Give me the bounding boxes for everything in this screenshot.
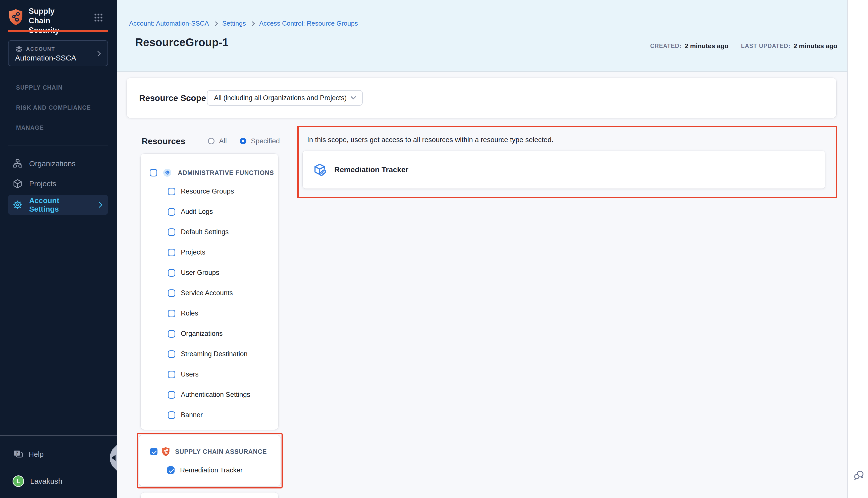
breadcrumb: Account: Automation-SSCA Settings Access… xyxy=(129,19,358,27)
sidebar-item-organizations[interactable]: Organizations xyxy=(8,154,108,174)
breadcrumb-settings-link[interactable]: Settings xyxy=(222,19,246,27)
resource-item: Remediation Tracker xyxy=(139,462,281,478)
resource-item-label[interactable]: Banner xyxy=(181,411,203,419)
resource-item-label[interactable]: Authentication Settings xyxy=(181,391,250,398)
resource-checkbox[interactable] xyxy=(168,269,175,277)
resource-item: Streaming Destination xyxy=(141,344,278,364)
page-header: Account: Automation-SSCA Settings Access… xyxy=(117,0,847,72)
resource-item: Authentication Settings xyxy=(141,384,278,405)
resource-scope-label: Resource Scope xyxy=(139,93,207,103)
resource-item-label[interactable]: Users xyxy=(181,370,199,378)
breadcrumb-access-control-link[interactable]: Access Control: Resource Groups xyxy=(259,19,358,27)
sidebar-section-manage[interactable]: MANAGE xyxy=(16,124,44,131)
resource-item: Resource Groups xyxy=(141,181,278,201)
radio-all-label[interactable]: All xyxy=(219,137,227,145)
chevron-right-icon xyxy=(250,21,255,26)
chevron-down-icon xyxy=(351,96,356,100)
resource-item-label[interactable]: User Groups xyxy=(181,269,219,277)
created-label: CREATED: xyxy=(650,43,682,50)
sidebar-divider xyxy=(8,146,108,146)
sidebar: Supply Chain Security ACCOUNT Automation… xyxy=(0,0,117,498)
module-grid-icon[interactable] xyxy=(94,13,103,22)
resource-checkbox[interactable] xyxy=(168,411,175,419)
layers-icon xyxy=(15,46,23,52)
resource-type-label: Remediation Tracker xyxy=(334,166,409,174)
resource-scope-dropdown[interactable]: All (including all Organizations and Pro… xyxy=(207,90,363,106)
resource-item-label[interactable]: Resource Groups xyxy=(181,187,234,195)
chevron-right-icon xyxy=(97,202,103,208)
sidebar-section-supply-chain[interactable]: SUPPLY CHAIN xyxy=(16,84,63,91)
account-label: ACCOUNT xyxy=(26,46,55,52)
resource-item-label[interactable]: Remediation Tracker xyxy=(180,467,243,474)
resource-item-label[interactable]: Projects xyxy=(181,249,205,256)
resource-item-label[interactable]: Service Accounts xyxy=(181,289,233,297)
radio-specified[interactable]: Specified xyxy=(240,137,280,145)
timestamps: CREATED: 2 minutes ago LAST UPDATED: 2 m… xyxy=(650,42,837,50)
resource-checkbox[interactable] xyxy=(168,188,175,195)
sidebar-item-projects[interactable]: Projects xyxy=(8,174,108,194)
user-name: Lavakush xyxy=(30,477,62,485)
radio-icon-selected[interactable] xyxy=(240,138,246,144)
resource-checkbox[interactable] xyxy=(168,249,175,256)
group-header-supply-chain-assurance: SUPPLY CHAIN ASSURANCE xyxy=(139,444,281,460)
radio-icon[interactable] xyxy=(208,138,215,144)
shield-icon xyxy=(161,447,170,456)
group-title: SUPPLY CHAIN ASSURANCE xyxy=(175,448,267,455)
resource-item: Banner xyxy=(141,405,278,425)
sidebar-item-label: Account Settings xyxy=(29,196,91,213)
sidebar-item-account-settings[interactable]: Account Settings xyxy=(8,195,108,215)
app-window: Supply Chain Security ACCOUNT Automation… xyxy=(0,0,868,498)
user-menu[interactable]: L Lavakush xyxy=(13,475,62,487)
resource-checkbox[interactable] xyxy=(168,289,175,297)
collapse-arrow-icon xyxy=(112,455,116,461)
resource-item: Service Accounts xyxy=(141,283,278,303)
resources-header: Resources All Specified xyxy=(142,133,293,148)
resource-item-label[interactable]: Default Settings xyxy=(181,228,229,236)
radio-specified-label[interactable]: Specified xyxy=(251,137,280,145)
help-button[interactable]: ? Help xyxy=(13,450,44,459)
resource-item-label[interactable]: Organizations xyxy=(181,330,223,338)
account-name: Automation-SSCA xyxy=(15,54,76,62)
chevron-right-icon xyxy=(95,51,101,57)
resource-item-label[interactable]: Audit Logs xyxy=(181,208,213,215)
breadcrumb-account-link[interactable]: Account: Automation-SSCA xyxy=(129,19,209,27)
resource-checkbox[interactable] xyxy=(168,330,175,338)
administrative-functions-card: ADMINISTRATIVE FUNCTIONS Resource Groups… xyxy=(141,154,278,430)
scope-detail-highlight: In this scope, users get access to all r… xyxy=(297,126,837,198)
resource-checkbox[interactable] xyxy=(168,350,175,358)
remediation-cube-icon xyxy=(312,162,327,177)
supply-chain-assurance-highlight: SUPPLY CHAIN ASSURANCE Remediation Track… xyxy=(137,433,283,488)
svg-text:?: ? xyxy=(16,451,18,456)
radio-all[interactable]: All xyxy=(208,137,227,145)
resource-checkbox[interactable] xyxy=(168,371,175,378)
resource-checkbox[interactable] xyxy=(168,208,175,215)
main-content: Account: Automation-SSCA Settings Access… xyxy=(117,0,847,498)
meta-divider xyxy=(735,42,735,50)
resource-item-label[interactable]: Streaming Destination xyxy=(181,350,248,358)
resource-checkbox[interactable] xyxy=(168,310,175,317)
resource-checkbox-checked[interactable] xyxy=(167,467,174,474)
remediation-tracker-card: Remediation Tracker xyxy=(303,151,825,188)
group-checkbox[interactable] xyxy=(150,169,157,176)
cube-icon xyxy=(13,179,23,189)
resources-heading: Resources xyxy=(142,136,185,146)
resource-scope-value: All (including all Organizations and Pro… xyxy=(214,94,347,102)
account-selector[interactable]: ACCOUNT Automation-SSCA xyxy=(8,40,108,66)
right-rail xyxy=(847,0,868,498)
avatar: L xyxy=(13,475,24,487)
sidebar-bottom-divider xyxy=(0,435,117,436)
brand-divider xyxy=(8,30,108,31)
resource-checkbox[interactable] xyxy=(168,391,175,398)
updated-label: LAST UPDATED: xyxy=(741,43,791,50)
sidebar-section-risk-and-compliance[interactable]: RISK AND COMPLIANCE xyxy=(16,104,91,111)
resource-scope-card: Resource Scope All (including all Organi… xyxy=(127,78,837,118)
resource-checkbox[interactable] xyxy=(168,228,175,236)
resource-item: Projects xyxy=(141,242,278,263)
resource-item: Users xyxy=(141,364,278,384)
org-chart-icon xyxy=(13,159,23,168)
resource-item: Audit Logs xyxy=(141,201,278,222)
support-chat-icon[interactable] xyxy=(853,470,865,481)
resource-item-label[interactable]: Roles xyxy=(181,310,198,317)
sidebar-collapse-handle[interactable] xyxy=(110,445,117,471)
group-checkbox-checked[interactable] xyxy=(150,448,157,455)
